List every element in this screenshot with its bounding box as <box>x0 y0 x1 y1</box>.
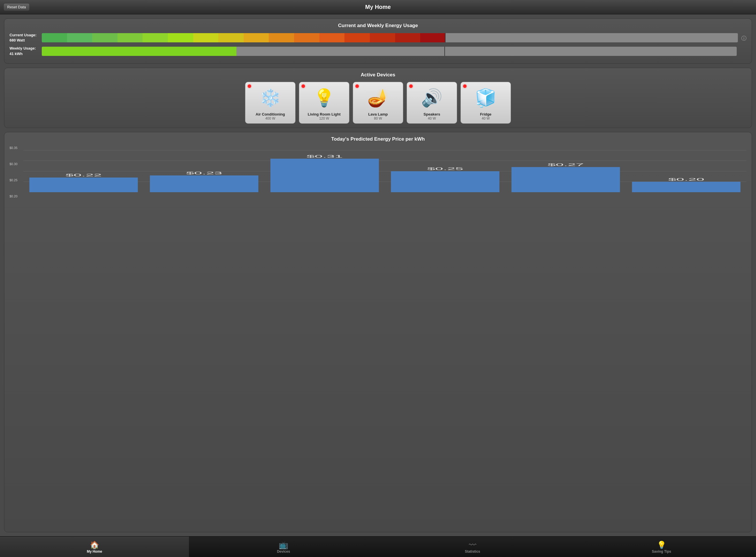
device-card-lava-lamp[interactable]: 🪔 Lava Lamp 80 W <box>353 82 403 124</box>
chart-title: Today's Predicted Energy Price per kWh <box>9 136 747 142</box>
device-active-indicator <box>302 84 305 88</box>
chart-panel: Today's Predicted Energy Price per kWh $… <box>4 132 752 532</box>
chart-bar-4 <box>511 167 620 192</box>
tab-label-devices: Devices <box>277 550 290 554</box>
device-card-speakers[interactable]: 🔊 Speakers 40 W <box>407 82 457 124</box>
device-name-lava-lamp: Lava Lamp <box>368 112 388 116</box>
info-icon[interactable]: ⓘ <box>741 35 747 42</box>
weekly-usage-label: Weekly Usage: 41 kWh <box>9 46 38 56</box>
energy-panel: Current and Weekly Energy Usage Current … <box>4 19 752 64</box>
device-power-speakers: 40 W <box>428 116 436 120</box>
device-power-lava-lamp: 80 W <box>374 116 382 120</box>
tab-my-home[interactable]: 🏠 My Home <box>0 536 189 557</box>
current-bar-fill <box>42 33 445 42</box>
tv-icon: 📺 <box>279 541 288 549</box>
device-power-ac: 400 W <box>265 116 275 120</box>
device-name-fridge: Fridge <box>480 112 492 116</box>
reset-button[interactable]: Reset Data <box>3 3 30 11</box>
weekly-usage-row: Weekly Usage: 41 kWh <box>9 46 747 56</box>
energy-panel-title: Current and Weekly Energy Usage <box>9 23 747 29</box>
nav-bar: Reset Data My Home <box>0 0 756 14</box>
tab-label-my-home: My Home <box>87 550 102 554</box>
chart-bar-2 <box>271 158 379 192</box>
y-label-1: $0.35 <box>9 146 21 150</box>
device-icon-living-light: 💡 <box>310 85 339 111</box>
chart-bar-label-0: $0.22 <box>65 173 102 177</box>
home-icon: 🏠 <box>90 541 99 549</box>
device-active-indicator <box>355 84 359 88</box>
main-content: Current and Weekly Energy Usage Current … <box>0 14 756 536</box>
device-icon-speakers: 🔊 <box>418 85 446 111</box>
current-usage-bar <box>42 33 738 42</box>
chart-bar-3 <box>391 171 499 192</box>
tab-saving-tips[interactable]: 💡 Saving Tips <box>567 536 756 557</box>
chart-bar-label-2: $0.31 <box>307 154 343 158</box>
weekly-bar-fill <box>42 47 237 56</box>
device-card-fridge[interactable]: 🧊 Fridge 40 W <box>461 82 511 124</box>
device-active-indicator <box>463 84 467 88</box>
device-name-ac: Air Conditioning <box>256 112 285 116</box>
device-icon-fridge: 🧊 <box>471 85 500 111</box>
tab-label-statistics: Statistics <box>465 550 480 554</box>
tab-statistics[interactable]: 〰 Statistics <box>378 536 567 557</box>
chart-bar-1 <box>150 175 258 192</box>
device-icon-ac: ❄️ <box>256 85 285 111</box>
device-card-living-light[interactable]: 💡 Living Room Light 120 W <box>299 82 349 124</box>
device-name-living-light: Living Room Light <box>308 112 340 116</box>
chart-bars-container: $0.22$0.23$0.31$0.25$0.27$0.20 <box>23 146 747 204</box>
device-power-fridge: 40 W <box>481 116 490 120</box>
active-devices-panel: Active Devices ❄️ Air Conditioning 400 W… <box>4 68 752 128</box>
weekly-usage-bar <box>42 47 737 56</box>
tab-label-saving-tips: Saving Tips <box>652 550 671 554</box>
device-name-speakers: Speakers <box>423 112 440 116</box>
nav-title: My Home <box>365 4 391 10</box>
current-usage-row: Current Usage: 680 Watt <box>9 33 747 43</box>
device-power-living-light: 120 W <box>319 116 329 120</box>
device-active-indicator <box>248 84 251 88</box>
chart-bar-0 <box>29 177 138 192</box>
device-card-ac[interactable]: ❄️ Air Conditioning 400 W <box>245 82 295 124</box>
active-devices-title: Active Devices <box>9 72 747 78</box>
chart-bar-label-3: $0.25 <box>427 167 463 171</box>
device-icon-lava-lamp: 🪔 <box>364 85 392 111</box>
y-label-2: $0.30 <box>9 162 21 166</box>
tab-bar: 🏠 My Home 📺 Devices 〰 Statistics 💡 Savin… <box>0 536 756 557</box>
device-active-indicator <box>409 84 413 88</box>
chart-bar-label-4: $0.27 <box>547 163 584 167</box>
stats-icon: 〰 <box>469 541 476 549</box>
current-usage-label: Current Usage: 680 Watt <box>9 33 38 43</box>
chart-bar-label-1: $0.23 <box>186 171 222 175</box>
chart-bar-5 <box>632 181 741 192</box>
chart-bar-label-5: $0.20 <box>668 177 704 181</box>
tab-devices[interactable]: 📺 Devices <box>189 536 378 557</box>
y-label-4: $0.20 <box>9 195 21 198</box>
devices-grid: ❄️ Air Conditioning 400 W 💡 Living Room … <box>9 82 747 124</box>
lightbulb-icon: 💡 <box>657 541 666 549</box>
y-label-3: $0.25 <box>9 178 21 182</box>
